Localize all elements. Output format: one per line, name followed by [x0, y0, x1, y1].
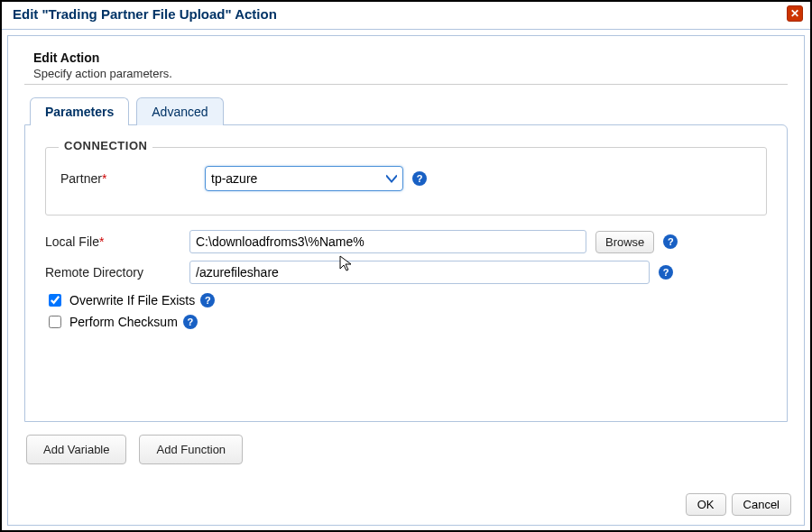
remote-dir-label: Remote Directory — [45, 265, 180, 280]
help-icon[interactable]: ? — [412, 171, 427, 186]
overwrite-row: Overwrite If File Exists ? — [45, 291, 767, 309]
tab-parameters-panel: CONNECTION Partner* ? Local — [24, 124, 788, 422]
browse-label: Browse — [605, 235, 644, 249]
tab-advanced-label: Advanced — [152, 105, 208, 119]
help-icon[interactable]: ? — [200, 293, 215, 307]
help-icon[interactable]: ? — [659, 265, 673, 280]
partner-label: Partner* — [60, 171, 196, 186]
window-title: Edit "Trading Partner File Upload" Actio… — [13, 6, 277, 22]
divider — [24, 84, 788, 85]
remote-dir-row: Remote Directory ? — [45, 261, 767, 284]
help-icon[interactable]: ? — [183, 315, 198, 329]
partner-input[interactable] — [206, 169, 381, 188]
dialog-window: Edit "Trading Partner File Upload" Actio… — [0, 0, 812, 532]
dialog-body: Edit Action Specify action parameters. P… — [7, 35, 805, 526]
add-function-button[interactable]: Add Function — [139, 435, 243, 464]
local-file-label: Local File* — [45, 234, 180, 249]
close-icon[interactable]: ✕ — [787, 5, 803, 22]
add-variable-button[interactable]: Add Variable — [26, 435, 126, 464]
tab-parameters-label: Parameters — [45, 105, 114, 119]
local-file-row: Local File* Browse ? — [45, 230, 767, 253]
help-glyph: ? — [663, 267, 669, 278]
checksum-label: Perform Checksum — [69, 315, 178, 329]
tab-parameters[interactable]: Parameters — [30, 97, 129, 125]
partner-combobox[interactable] — [205, 166, 403, 191]
help-icon[interactable]: ? — [663, 234, 678, 249]
help-glyph: ? — [187, 316, 193, 327]
connection-legend: CONNECTION — [59, 139, 152, 152]
titlebar: Edit "Trading Partner File Upload" Actio… — [2, 2, 810, 30]
required-marker: * — [99, 234, 104, 249]
section-header: Edit Action Specify action parameters. — [33, 50, 788, 80]
checksum-checkbox[interactable] — [49, 316, 61, 328]
overwrite-label: Overwrite If File Exists — [69, 293, 195, 307]
required-marker: * — [102, 171, 106, 186]
action-buttons: Add Variable Add Function — [26, 435, 788, 464]
tab-advanced[interactable]: Advanced — [136, 97, 223, 125]
dialog-footer: OK Cancel — [686, 493, 791, 516]
help-glyph: ? — [417, 173, 423, 184]
help-glyph: ? — [668, 236, 674, 247]
chevron-down-icon[interactable] — [381, 173, 402, 184]
local-file-label-text: Local File — [45, 234, 99, 249]
overwrite-checkbox[interactable] — [49, 294, 61, 307]
partner-label-text: Partner — [60, 171, 102, 186]
ok-label: OK — [697, 498, 715, 511]
cancel-label: Cancel — [743, 498, 780, 511]
section-title: Edit Action — [33, 50, 788, 65]
tabs: Parameters Advanced — [30, 97, 788, 125]
browse-button[interactable]: Browse — [595, 231, 654, 253]
remote-dir-input[interactable] — [189, 261, 650, 284]
connection-fieldset: CONNECTION Partner* ? — [45, 147, 767, 216]
add-function-label: Add Function — [156, 443, 226, 456]
ok-button[interactable]: OK — [686, 493, 726, 516]
add-variable-label: Add Variable — [43, 443, 109, 456]
help-glyph: ? — [205, 295, 211, 306]
partner-row: Partner* ? — [60, 166, 752, 191]
section-subtitle: Specify action parameters. — [33, 67, 788, 80]
local-file-input[interactable] — [189, 230, 586, 253]
checksum-row: Perform Checksum ? — [45, 313, 767, 331]
cancel-button[interactable]: Cancel — [732, 493, 791, 516]
close-glyph: ✕ — [790, 7, 799, 20]
